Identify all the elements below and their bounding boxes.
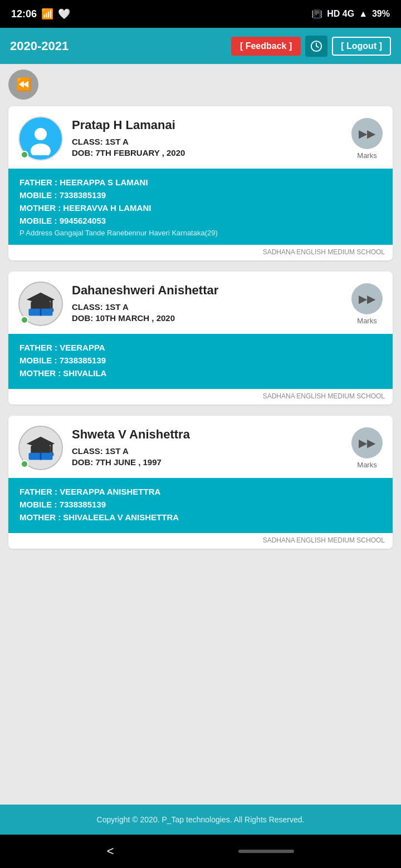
family-panel-1: FATHER : HEERAPPA S LAMANI MOBILE : 7338… <box>8 169 393 245</box>
father-mobile-row-2: MOBILE : 7338385139 <box>19 356 382 365</box>
student-dob-1: DOB: 7TH FEBRUARY , 2020 <box>72 148 343 157</box>
school-footer-1: SADHANA ENGLISH MEDIUM SCHOOL <box>8 245 393 260</box>
student-details-3: Shweta V Anishettra CLASS: 1ST A DOB: 7T… <box>72 427 343 468</box>
father-row-3: FATHER : VEERAPPA ANISHETTRA <box>19 487 382 496</box>
vibrate-icon: 📳 <box>311 9 322 19</box>
student-card-1: Pratap H Lamanai CLASS: 1ST A DOB: 7TH F… <box>8 106 393 260</box>
status-right: 📳 HD 4G ▲ 39% <box>311 9 390 19</box>
father-row-1: FATHER : HEERAPPA S LAMANI <box>19 177 382 187</box>
year-label: 2020-2021 <box>10 39 69 53</box>
address-1: P Address Gangajal Tande Ranebennur Have… <box>19 229 382 237</box>
student-dob-3: DOB: 7TH JUNE , 1997 <box>72 457 343 467</box>
student-card-3: Shweta V Anishettra CLASS: 1ST A DOB: 7T… <box>8 416 393 549</box>
online-indicator-2 <box>21 316 28 324</box>
header: 2020-2021 [ Feedback ] [ Logout ] <box>0 28 401 64</box>
copyright-text: Copyright © 2020. P_Tap technologies. Al… <box>97 815 305 824</box>
student-info-row-3: Shweta V Anishettra CLASS: 1ST A DOB: 7T… <box>8 416 393 478</box>
family-panel-2: FATHER : VEERAPPA MOBILE : 7338385139 MO… <box>8 334 393 389</box>
status-bar: 12:06 📶 🤍 📳 HD 4G ▲ 39% <box>0 0 401 28</box>
student-details-2: Dahaneshweri Anishettar CLASS: 1ST A DOB… <box>72 283 343 324</box>
play-icon-2: ▶▶ <box>359 292 375 305</box>
header-actions: [ Feedback ] [ Logout ] <box>231 36 391 57</box>
student-dob-2: DOB: 10TH MARCH , 2020 <box>72 313 343 323</box>
clock-button[interactable] <box>305 36 327 57</box>
online-indicator-3 <box>21 460 28 468</box>
student-info-row-2: Dahaneshweri Anishettar CLASS: 1ST A DOB… <box>8 272 393 334</box>
student-class-2: CLASS: 1ST A <box>72 302 343 312</box>
student-name-3: Shweta V Anishettra <box>72 427 343 442</box>
student-class-3: CLASS: 1ST A <box>72 446 343 456</box>
father-mobile-row-3: MOBILE : 7338385139 <box>19 500 382 509</box>
father-row-2: FATHER : VEERAPPA <box>19 343 382 352</box>
play-icon-1: ▶▶ <box>359 127 375 140</box>
svg-rect-14 <box>51 443 53 453</box>
status-time: 12:06 <box>11 8 37 20</box>
student-name-1: Pratap H Lamanai <box>72 118 343 132</box>
footer: Copyright © 2020. P_Tap technologies. Al… <box>0 805 401 835</box>
status-left: 12:06 📶 🤍 <box>11 8 70 20</box>
marks-label-3: Marks <box>357 461 376 469</box>
clock-icon <box>310 40 322 52</box>
student-name-2: Dahaneshweri Anishettar <box>72 283 343 298</box>
svg-rect-7 <box>51 299 53 309</box>
battery-label: 39% <box>372 9 390 19</box>
marks-button-1[interactable]: ▶▶ <box>351 118 383 149</box>
mother-row-2: MOTHER : SHIVALILA <box>19 368 382 378</box>
avatar-wrap-3 <box>18 426 63 470</box>
back-icon: ⏪ <box>16 77 31 92</box>
feedback-button[interactable]: [ Feedback ] <box>231 37 301 56</box>
father-mobile-row-1: MOBILE : 7338385139 <box>19 190 382 200</box>
nav-home-pill <box>238 850 294 853</box>
marks-label-2: Marks <box>357 317 376 325</box>
logout-button[interactable]: [ Logout ] <box>332 37 391 56</box>
svg-point-2 <box>35 128 47 140</box>
back-button-wrap: ⏪ <box>8 70 393 100</box>
signal-strength-icon: ▲ <box>359 9 368 19</box>
nav-back-button[interactable]: < <box>107 844 114 859</box>
marks-label-1: Marks <box>357 151 376 160</box>
student-class-1: CLASS: 1ST A <box>72 137 343 146</box>
marks-button-3[interactable]: ▶▶ <box>351 427 383 458</box>
student-info-row-1: Pratap H Lamanai CLASS: 1ST A DOB: 7TH F… <box>8 106 393 169</box>
person-avatar-icon <box>24 122 57 155</box>
school-footer-3: SADHANA ENGLISH MEDIUM SCHOOL <box>8 533 393 549</box>
marks-wrap-2: ▶▶ Marks <box>351 283 383 325</box>
online-indicator-1 <box>21 151 28 159</box>
marks-wrap-3: ▶▶ Marks <box>351 427 383 469</box>
mother-row-3: MOTHER : SHIVALEELA V ANISHETTRA <box>19 512 382 522</box>
marks-button-2[interactable]: ▶▶ <box>351 283 383 314</box>
family-panel-3: FATHER : VEERAPPA ANISHETTRA MOBILE : 73… <box>8 478 393 533</box>
mother-mobile-row-1: MOBILE : 9945624053 <box>19 216 382 225</box>
play-icon-3: ▶▶ <box>359 436 375 450</box>
signal-icon: 📶 <box>41 8 53 20</box>
network-label: HD 4G <box>327 9 354 19</box>
marks-wrap-1: ▶▶ Marks <box>351 118 383 160</box>
main-content: ⏪ Pratap H Lamanai CLASS: 1ST A <box>0 64 401 805</box>
student-card-2: Dahaneshweri Anishettar CLASS: 1ST A DOB… <box>8 272 393 405</box>
back-button[interactable]: ⏪ <box>8 70 38 100</box>
avatar-wrap-2 <box>18 282 63 326</box>
svg-rect-17 <box>40 453 42 460</box>
svg-rect-10 <box>40 309 42 316</box>
school-footer-2: SADHANA ENGLISH MEDIUM SCHOOL <box>8 389 393 405</box>
mother-row-1: MOTHER : HEERAVVA H LAMANI <box>19 203 382 213</box>
avatar-wrap-1 <box>18 116 63 161</box>
heart-icon: 🤍 <box>58 8 70 20</box>
student-details-1: Pratap H Lamanai CLASS: 1ST A DOB: 7TH F… <box>72 118 343 159</box>
nav-bar: < <box>0 835 401 868</box>
